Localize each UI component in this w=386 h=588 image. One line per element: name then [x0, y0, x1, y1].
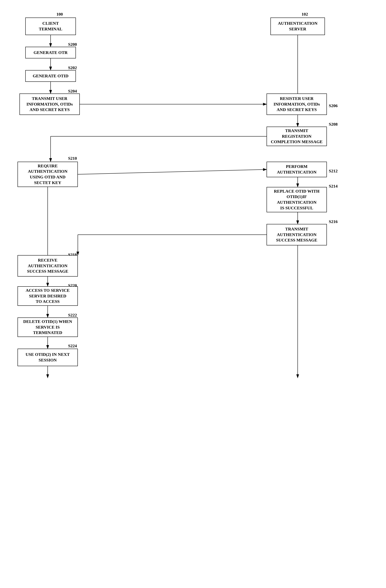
box-replace-otid: REPLACE OTID WITHOTID(1)IFAUTHENTICATION… [267, 187, 327, 212]
label-s222: S222 [68, 313, 77, 318]
box-generate-otr: GENERATE OTR [25, 47, 76, 59]
label-s206: S206 [329, 103, 338, 108]
label-s214: S214 [329, 184, 338, 189]
box-register-user-info: RESISTER USERINFORMATION, OTIDsAND SECRE… [267, 93, 327, 115]
box-require-auth: REQUIREAUTHENTICATIONUSING OTID ANDSECTE… [18, 162, 78, 187]
label-s200: S200 [68, 42, 77, 47]
box-transmit-user-info: TRANSMIT USERINFORMATION, OTIDsAND SECRE… [19, 93, 80, 115]
label-s210: S210 [68, 156, 77, 161]
box-receive-auth-success: RECEIVEAUTHENTICATIONSUCCESS MESSAGE [18, 255, 78, 276]
label-s208: S208 [329, 122, 338, 127]
box-auth-server: AUTHENTICATIONSERVER [270, 18, 325, 35]
label-100: 100 [57, 12, 63, 17]
box-generate-otid: GENERATE OTID [25, 70, 76, 82]
box-use-otid2: USE OTID(2) IN NEXTSESSION [18, 349, 78, 366]
svg-line-10 [78, 169, 267, 174]
label-s202: S202 [68, 65, 77, 70]
label-s224: S224 [68, 343, 77, 348]
box-transmit-auth-success: TRANSMITAUTHENTICATIONSUCCESS MESSAGE [267, 224, 327, 245]
label-s212: S212 [329, 168, 338, 173]
label-102: 102 [302, 12, 308, 17]
box-perform-auth: PERFORMAUTHENTICATION [267, 162, 327, 177]
box-client-terminal: CLIENTTERMINAL [25, 18, 76, 35]
box-transmit-registration: TRANSMITREGISTATIONCOMPLETION MESSAGE [267, 126, 327, 146]
diagram-container: 100 102 CLIENTTERMINAL AUTHENTICATIONSER… [0, 0, 386, 588]
box-delete-otid: DELETE OTID(1) WHENSERVICE ISTERMINATED [18, 317, 78, 337]
box-access-service: ACCESS TO SERVICESERVER DESIREDTO ACCESS [18, 286, 78, 306]
label-s216: S216 [329, 219, 338, 224]
label-s204: S204 [68, 89, 77, 94]
